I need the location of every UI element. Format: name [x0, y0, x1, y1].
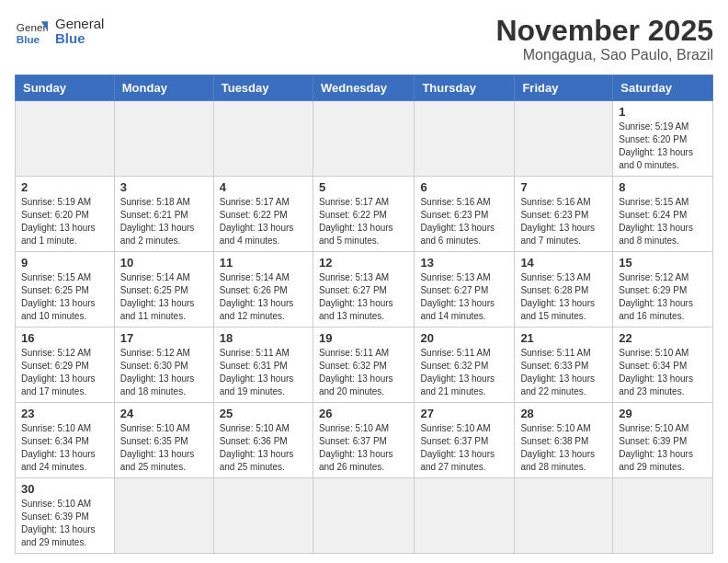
day-header-thursday: Thursday — [415, 75, 515, 101]
day-number: 19 — [319, 331, 408, 345]
day-number: 27 — [420, 407, 508, 420]
calendar-week-1: 1Sunrise: 5:19 AM Sunset: 6:20 PM Daylig… — [16, 101, 713, 177]
logo: General Blue General Blue — [15, 15, 104, 48]
calendar-cell: 29Sunrise: 5:10 AM Sunset: 6:39 PM Dayli… — [613, 403, 713, 478]
calendar-cell — [313, 478, 414, 554]
calendar-cell: 18Sunrise: 5:11 AM Sunset: 6:31 PM Dayli… — [213, 327, 313, 403]
day-header-sunday: Sunday — [16, 75, 115, 101]
svg-text:Blue: Blue — [17, 33, 40, 45]
day-number: 24 — [120, 407, 208, 420]
calendar-cell: 19Sunrise: 5:11 AM Sunset: 6:32 PM Dayli… — [313, 327, 414, 403]
calendar-cell: 2Sunrise: 5:19 AM Sunset: 6:20 PM Daylig… — [16, 177, 115, 252]
calendar-table: SundayMondayTuesdayWednesdayThursdayFrid… — [15, 75, 713, 554]
calendar-cell: 3Sunrise: 5:18 AM Sunset: 6:21 PM Daylig… — [114, 177, 213, 252]
calendar-week-2: 2Sunrise: 5:19 AM Sunset: 6:20 PM Daylig… — [16, 177, 713, 252]
location-title: Mongagua, Sao Paulo, Brazil — [495, 47, 713, 63]
day-number: 15 — [619, 256, 707, 270]
calendar-cell: 8Sunrise: 5:15 AM Sunset: 6:24 PM Daylig… — [613, 177, 713, 252]
day-info: Sunrise: 5:13 AM Sunset: 6:27 PM Dayligh… — [420, 271, 508, 323]
calendar-week-4: 16Sunrise: 5:12 AM Sunset: 6:29 PM Dayli… — [16, 327, 713, 403]
day-header-wednesday: Wednesday — [313, 75, 414, 101]
calendar-cell: 9Sunrise: 5:15 AM Sunset: 6:25 PM Daylig… — [16, 252, 115, 327]
day-header-monday: Monday — [114, 75, 213, 101]
calendar-cell: 30Sunrise: 5:10 AM Sunset: 6:39 PM Dayli… — [16, 478, 115, 554]
day-info: Sunrise: 5:19 AM Sunset: 6:20 PM Dayligh… — [21, 196, 108, 247]
day-header-tuesday: Tuesday — [213, 75, 313, 101]
calendar-cell: 1Sunrise: 5:19 AM Sunset: 6:20 PM Daylig… — [613, 101, 713, 177]
calendar-cell: 4Sunrise: 5:17 AM Sunset: 6:22 PM Daylig… — [213, 177, 313, 252]
day-info: Sunrise: 5:16 AM Sunset: 6:23 PM Dayligh… — [420, 196, 508, 247]
day-number: 7 — [520, 180, 607, 194]
day-header-friday: Friday — [515, 75, 613, 101]
day-number: 23 — [21, 407, 108, 420]
day-info: Sunrise: 5:10 AM Sunset: 6:35 PM Dayligh… — [120, 422, 208, 474]
month-title: November 2025 — [495, 15, 713, 47]
day-info: Sunrise: 5:10 AM Sunset: 6:37 PM Dayligh… — [319, 422, 408, 474]
calendar-cell — [213, 478, 313, 554]
day-number: 25 — [220, 407, 307, 420]
calendar-cell: 7Sunrise: 5:16 AM Sunset: 6:23 PM Daylig… — [515, 177, 613, 252]
day-info: Sunrise: 5:11 AM Sunset: 6:32 PM Dayligh… — [319, 347, 408, 398]
day-number: 18 — [220, 331, 307, 345]
logo-blue-text: Blue — [55, 31, 104, 47]
day-number: 13 — [420, 256, 508, 270]
day-number: 9 — [21, 256, 108, 270]
calendar-cell: 24Sunrise: 5:10 AM Sunset: 6:35 PM Dayli… — [114, 403, 213, 478]
calendar-cell — [213, 101, 313, 177]
calendar-header-row: SundayMondayTuesdayWednesdayThursdayFrid… — [16, 75, 713, 101]
calendar-week-6: 30Sunrise: 5:10 AM Sunset: 6:39 PM Dayli… — [16, 478, 713, 554]
calendar-cell — [114, 101, 213, 177]
day-info: Sunrise: 5:13 AM Sunset: 6:28 PM Dayligh… — [520, 271, 607, 323]
calendar-cell — [515, 101, 613, 177]
calendar-week-5: 23Sunrise: 5:10 AM Sunset: 6:34 PM Dayli… — [16, 403, 713, 478]
calendar-cell: 5Sunrise: 5:17 AM Sunset: 6:22 PM Daylig… — [313, 177, 414, 252]
day-info: Sunrise: 5:14 AM Sunset: 6:25 PM Dayligh… — [120, 271, 208, 323]
day-info: Sunrise: 5:10 AM Sunset: 6:34 PM Dayligh… — [21, 422, 108, 474]
day-info: Sunrise: 5:12 AM Sunset: 6:30 PM Dayligh… — [120, 347, 208, 398]
calendar-cell: 25Sunrise: 5:10 AM Sunset: 6:36 PM Dayli… — [213, 403, 313, 478]
logo-icon: General Blue — [15, 15, 48, 48]
calendar-cell — [313, 101, 414, 177]
calendar-cell: 12Sunrise: 5:13 AM Sunset: 6:27 PM Dayli… — [313, 252, 414, 327]
day-info: Sunrise: 5:11 AM Sunset: 6:31 PM Dayligh… — [220, 347, 307, 398]
calendar-cell: 17Sunrise: 5:12 AM Sunset: 6:30 PM Dayli… — [114, 327, 213, 403]
day-info: Sunrise: 5:14 AM Sunset: 6:26 PM Dayligh… — [220, 271, 307, 323]
calendar-week-3: 9Sunrise: 5:15 AM Sunset: 6:25 PM Daylig… — [16, 252, 713, 327]
calendar-cell — [114, 478, 213, 554]
day-info: Sunrise: 5:10 AM Sunset: 6:36 PM Dayligh… — [220, 422, 307, 474]
day-number: 5 — [319, 180, 408, 194]
day-number: 1 — [619, 105, 707, 119]
day-info: Sunrise: 5:13 AM Sunset: 6:27 PM Dayligh… — [319, 271, 408, 323]
calendar-cell: 11Sunrise: 5:14 AM Sunset: 6:26 PM Dayli… — [213, 252, 313, 327]
day-info: Sunrise: 5:15 AM Sunset: 6:24 PM Dayligh… — [619, 196, 707, 247]
day-number: 11 — [220, 256, 307, 270]
day-number: 26 — [319, 407, 408, 420]
day-info: Sunrise: 5:10 AM Sunset: 6:39 PM Dayligh… — [619, 422, 707, 474]
day-info: Sunrise: 5:12 AM Sunset: 6:29 PM Dayligh… — [21, 347, 108, 398]
calendar-cell — [415, 101, 515, 177]
day-number: 6 — [420, 180, 508, 194]
day-number: 3 — [120, 180, 208, 194]
day-header-saturday: Saturday — [613, 75, 713, 101]
calendar-cell: 22Sunrise: 5:10 AM Sunset: 6:34 PM Dayli… — [613, 327, 713, 403]
day-number: 21 — [520, 331, 607, 345]
day-number: 2 — [21, 180, 108, 194]
calendar-cell: 14Sunrise: 5:13 AM Sunset: 6:28 PM Dayli… — [515, 252, 613, 327]
day-number: 22 — [619, 331, 707, 345]
calendar-cell: 26Sunrise: 5:10 AM Sunset: 6:37 PM Dayli… — [313, 403, 414, 478]
day-number: 4 — [220, 180, 307, 194]
day-info: Sunrise: 5:10 AM Sunset: 6:38 PM Dayligh… — [520, 422, 607, 474]
calendar-cell: 13Sunrise: 5:13 AM Sunset: 6:27 PM Dayli… — [415, 252, 515, 327]
day-info: Sunrise: 5:15 AM Sunset: 6:25 PM Dayligh… — [21, 271, 108, 323]
day-number: 20 — [420, 331, 508, 345]
day-number: 14 — [520, 256, 607, 270]
calendar-cell: 21Sunrise: 5:11 AM Sunset: 6:33 PM Dayli… — [515, 327, 613, 403]
day-info: Sunrise: 5:11 AM Sunset: 6:33 PM Dayligh… — [520, 347, 607, 398]
calendar-cell — [515, 478, 613, 554]
day-info: Sunrise: 5:11 AM Sunset: 6:32 PM Dayligh… — [420, 347, 508, 398]
day-info: Sunrise: 5:19 AM Sunset: 6:20 PM Dayligh… — [619, 121, 707, 172]
calendar-cell: 28Sunrise: 5:10 AM Sunset: 6:38 PM Dayli… — [515, 403, 613, 478]
day-number: 29 — [619, 407, 707, 420]
page-header: General Blue General Blue November 2025 … — [15, 15, 713, 63]
day-info: Sunrise: 5:16 AM Sunset: 6:23 PM Dayligh… — [520, 196, 607, 247]
